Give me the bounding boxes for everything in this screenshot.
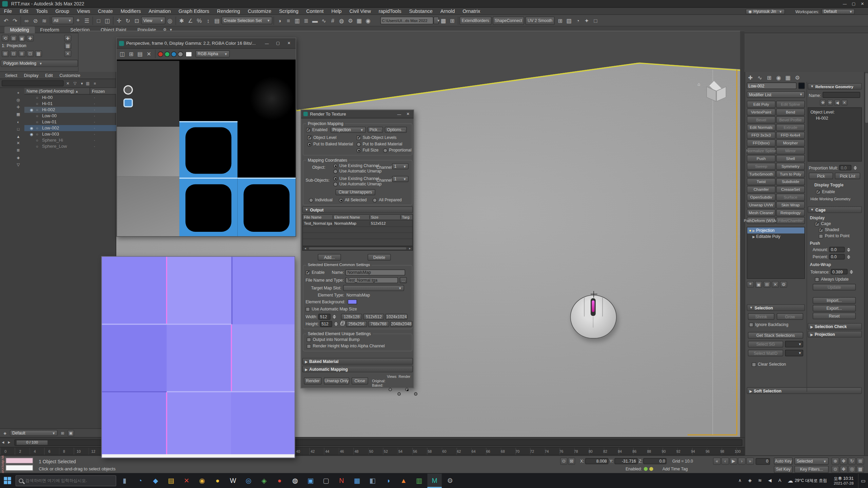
- toolbar-script-button[interactable]: UV 2 Smooth: [526, 16, 555, 24]
- rollout-collapsed[interactable]: ▶Selection Check: [808, 323, 862, 330]
- always-update-checkbox[interactable]: [815, 277, 819, 281]
- github-icon[interactable]: ◍: [288, 473, 302, 488]
- close-button[interactable]: ✕: [858, 1, 867, 7]
- column-chooser-icon[interactable]: ▥: [85, 80, 91, 86]
- schematic-view-icon[interactable]: #: [328, 16, 337, 25]
- render-button[interactable]: Render: [304, 377, 321, 384]
- explorer-tool-icon[interactable]: ◎: [14, 97, 22, 104]
- x-coordinate-field[interactable]: 8.008: [585, 458, 609, 464]
- width-field[interactable]: 512: [318, 314, 331, 320]
- app-icon[interactable]: ◎: [241, 473, 256, 488]
- unlink-selection-icon[interactable]: ⊘: [31, 16, 40, 25]
- menu-item[interactable]: Views: [73, 8, 94, 14]
- frozen-cell[interactable]: ·: [94, 138, 95, 143]
- scene-object-row[interactable]: ◉ ○ Low-00 ·: [24, 113, 116, 119]
- default-set-select[interactable]: Default▼: [10, 430, 57, 436]
- timeline-frame-label[interactable]: 80: [588, 449, 593, 453]
- toggle-scene-explorer-icon[interactable]: ▥: [293, 16, 302, 25]
- explorer-tool-icon[interactable]: ⌖: [14, 89, 22, 96]
- output-table-hscroll[interactable]: ◄ ►: [302, 246, 413, 251]
- modifier-stack-item[interactable]: ● ▶ Projection: [747, 227, 804, 233]
- timeline-frame-label[interactable]: 2: [18, 449, 22, 453]
- timeline-frame-label[interactable]: 52: [383, 449, 388, 453]
- object-use-existing-radio[interactable]: [333, 163, 338, 168]
- zoom-icon[interactable]: ⊕: [831, 458, 839, 465]
- reset-button[interactable]: Reset: [813, 312, 856, 319]
- selection-filter-select[interactable]: All▼: [52, 17, 74, 24]
- modifier-button[interactable]: Retopology: [776, 209, 805, 216]
- volume-icon[interactable]: ◀: [765, 473, 774, 488]
- app-icon[interactable]: ✕: [179, 473, 194, 488]
- object-name-field[interactable]: Low-002: [747, 82, 796, 89]
- shrink-button[interactable]: Shrink: [748, 313, 774, 320]
- pin-stack-icon[interactable]: ⌖: [747, 281, 754, 288]
- explorer-bottom-icon[interactable]: ⊞: [59, 430, 66, 436]
- spinner[interactable]: [334, 321, 338, 327]
- point-to-point-checkbox[interactable]: [819, 234, 823, 238]
- remove-modifier-icon[interactable]: ✕: [772, 281, 779, 288]
- modify-tab[interactable]: ∿: [756, 74, 764, 81]
- timeline-frame-label[interactable]: 42: [311, 449, 315, 453]
- frozen-cell[interactable]: ·: [94, 132, 95, 137]
- modifier-button[interactable]: Sweep: [747, 163, 775, 170]
- app-icon[interactable]: ▦: [350, 473, 364, 488]
- modifier-button[interactable]: OpenSubdiv: [747, 194, 775, 201]
- explorer-tool-icon[interactable]: ▦: [14, 111, 22, 118]
- set-key-filter-select[interactable]: Selected▼: [794, 458, 829, 465]
- modifier-button[interactable]: Surface: [776, 194, 805, 201]
- set-key-button[interactable]: Set Key: [774, 466, 793, 473]
- menu-item[interactable]: Edit: [16, 8, 32, 14]
- display-toggle-enable-checkbox[interactable]: [816, 189, 821, 194]
- save-image-icon[interactable]: ◫: [118, 50, 126, 58]
- shaded-checkbox[interactable]: [819, 228, 823, 232]
- object-use-auto-radio[interactable]: [333, 169, 338, 174]
- explorer-menu-item[interactable]: Display: [21, 73, 41, 78]
- pick-list-button[interactable]: Pick List: [835, 172, 860, 179]
- rollout-reference-geometry[interactable]: ▼Reference Geometry: [808, 83, 862, 90]
- menu-item[interactable]: Substance: [405, 8, 436, 14]
- timeline-frame-label[interactable]: 8: [62, 449, 66, 453]
- chrome-icon[interactable]: ◉: [195, 473, 209, 488]
- timeline-frame-label[interactable]: 76: [559, 449, 564, 453]
- element-enable-checkbox[interactable]: [305, 270, 310, 275]
- app-icon[interactable]: ◑: [381, 473, 395, 488]
- eye-icon[interactable]: ◉: [30, 108, 36, 112]
- orbit-icon[interactable]: ↻: [848, 458, 856, 465]
- ribbon-tab[interactable]: Modeling: [4, 26, 35, 33]
- play-button[interactable]: ▶: [730, 458, 737, 465]
- netflix-icon[interactable]: N: [334, 473, 349, 488]
- align-icon[interactable]: ≡: [284, 16, 293, 25]
- mirror-icon[interactable]: ◑: [275, 16, 284, 25]
- ribbon-tool-icon[interactable]: ⟲: [2, 35, 9, 42]
- search-input[interactable]: [2, 80, 64, 86]
- frozen-cell[interactable]: ·: [94, 144, 95, 149]
- pan-view-icon[interactable]: ✥: [840, 466, 848, 473]
- put-to-baked-material-sub-radio[interactable]: [356, 142, 361, 146]
- menu-item[interactable]: Customize: [244, 8, 275, 14]
- timeline-frame-label[interactable]: 0: [3, 449, 8, 453]
- ribbon-tab[interactable]: Freeform: [35, 26, 65, 33]
- timeline-frame-label[interactable]: 62: [457, 449, 461, 453]
- menu-item[interactable]: Ornatrix: [459, 8, 484, 14]
- menu-item[interactable]: File: [0, 8, 16, 14]
- green-channel-icon[interactable]: [164, 51, 170, 57]
- print-image-icon[interactable]: ▤: [136, 50, 144, 58]
- y-coordinate-field[interactable]: -31.716: [614, 458, 638, 464]
- render-to-texture-dialog[interactable]: Render To Texture — ✕ Projection Mapping…: [301, 109, 414, 388]
- frozen-cell[interactable]: ·: [94, 114, 95, 119]
- scene-object-row[interactable]: ◉ ○ Hi-00 ·: [24, 95, 116, 101]
- rollout-selection[interactable]: ▼Selection: [747, 304, 805, 311]
- all-prepared-radio[interactable]: [373, 198, 377, 202]
- isolate-selection-icon[interactable]: ⊙: [560, 458, 567, 465]
- scene-object-row[interactable]: ◉ ○ Sphere_Low ·: [24, 143, 116, 149]
- clear-search-icon[interactable]: ✕: [65, 80, 71, 86]
- scene-object-row[interactable]: ◉ ○ Low-002 ·: [24, 125, 116, 131]
- target-map-slot-select[interactable]: ▼: [343, 285, 404, 291]
- alpha-channel-icon[interactable]: [185, 51, 192, 57]
- rfw-maximize-button[interactable]: ▢: [274, 40, 282, 46]
- modifier-button[interactable]: Chamfer: [747, 186, 775, 193]
- render-setup-icon[interactable]: ⚙: [346, 16, 355, 25]
- rtt-collapsed-rollout[interactable]: ▶Baked Material: [302, 358, 413, 365]
- rtt-close-button2[interactable]: Close: [352, 377, 368, 384]
- snaps-toggle-icon[interactable]: ✱: [177, 16, 186, 25]
